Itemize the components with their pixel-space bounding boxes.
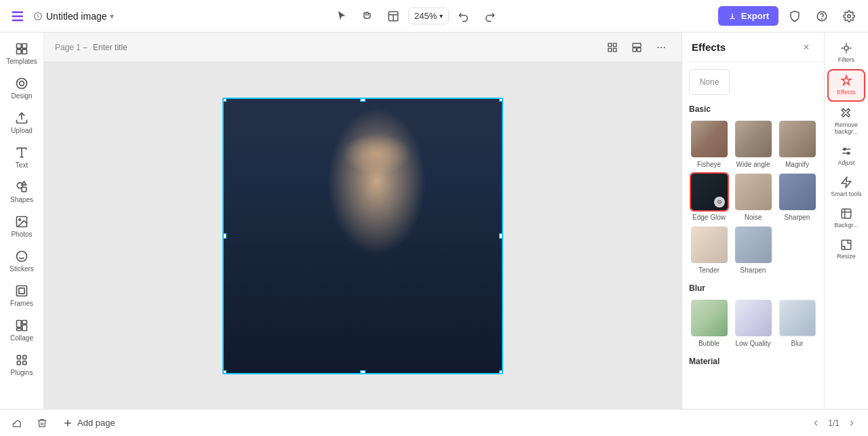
document-title-area[interactable]: Untitled image ▾	[33, 11, 114, 22]
effect-sharpen2[interactable]: Sharpen	[733, 225, 773, 274]
more-options-btn[interactable]	[652, 38, 671, 57]
tool-background[interactable]: Backgr...	[827, 203, 865, 233]
frame-handle-mb[interactable]	[360, 370, 366, 374]
frame-handle-bl[interactable]	[222, 370, 226, 374]
delete-page-btn[interactable]	[33, 414, 52, 433]
page-title-input[interactable]	[93, 43, 161, 52]
save-to-cloud-btn[interactable]	[8, 414, 27, 433]
sidebar-item-design[interactable]: Design	[3, 73, 41, 104]
effect-blur[interactable]: Blur	[777, 298, 817, 347]
frame-handle-tr[interactable]	[499, 98, 503, 102]
effect-wide-angle[interactable]: Wide angle	[733, 119, 773, 168]
frame-handle-mt[interactable]	[360, 98, 366, 102]
sidebar-item-design-label: Design	[11, 92, 32, 100]
shield-icon-btn[interactable]	[784, 5, 806, 27]
next-page-btn[interactable]	[844, 415, 860, 431]
help-icon-btn[interactable]	[811, 5, 833, 27]
layout-view-btn[interactable]	[627, 38, 646, 57]
basic-section-title: Basic	[689, 104, 817, 114]
sidebar-item-plugins-label: Plugins	[11, 369, 33, 377]
frame-handle-tl[interactable]	[222, 98, 226, 102]
effect-magnify-thumb	[778, 119, 817, 159]
canvas-image-frame[interactable]	[222, 98, 503, 374]
sidebar-item-shapes[interactable]: Shapes	[3, 176, 41, 208]
tool-adjust[interactable]: Adjust	[827, 141, 865, 171]
basic-effects-grid: Fisheye Wide angle Magnify	[689, 119, 817, 274]
tool-smart-tools-label: Smart tools	[831, 191, 862, 198]
undo-btn[interactable]	[453, 5, 475, 27]
svg-marker-56	[842, 177, 851, 187]
svg-rect-41	[633, 43, 641, 47]
effect-fisheye[interactable]: Fisheye	[689, 119, 729, 168]
effect-bubble[interactable]: Bubble	[689, 298, 729, 347]
zoom-control[interactable]: 245% ▾	[408, 7, 449, 24]
add-page-label: Add page	[77, 418, 115, 428]
canvas-image	[224, 99, 502, 373]
svg-point-54	[844, 148, 846, 151]
svg-rect-32	[17, 328, 22, 330]
prev-page-btn[interactable]	[808, 415, 824, 431]
effect-sharpen2-label: Sharpen	[741, 266, 766, 274]
tool-resize[interactable]: Resize	[827, 235, 865, 264]
effect-none[interactable]: None	[689, 69, 730, 95]
effect-edge-glow[interactable]: ⚙ Edge Glow	[689, 172, 729, 221]
effect-sharpen[interactable]: Sharpen	[777, 172, 817, 221]
sidebar-item-plugins[interactable]: Plugins	[3, 349, 41, 381]
svg-rect-57	[842, 209, 851, 218]
export-button[interactable]: Export	[718, 6, 778, 26]
sidebar-item-photos-label: Photos	[11, 231, 32, 239]
panel-close-btn[interactable]: ×	[798, 39, 814, 56]
svg-rect-28	[19, 288, 24, 294]
effect-bubble-thumb	[690, 298, 729, 338]
add-page-btn[interactable]: Add page	[57, 415, 121, 431]
zoom-label: 245%	[414, 11, 437, 21]
zoom-dropdown-icon: ▾	[439, 12, 443, 20]
tool-effects[interactable]: Effects	[827, 69, 865, 102]
sidebar-item-upload-label: Upload	[11, 127, 33, 135]
svg-rect-35	[17, 361, 20, 365]
svg-rect-37	[608, 43, 612, 47]
svg-rect-40	[613, 48, 616, 52]
effect-wide-angle-label: Wide angle	[736, 161, 770, 168]
tool-smart-tools[interactable]: Smart tools	[827, 172, 865, 202]
cursor-tool-btn[interactable]	[331, 5, 353, 27]
effect-low-quality-label: Low Quality	[735, 340, 770, 347]
canvas-content	[44, 62, 682, 409]
effect-sharpen-label: Sharpen	[785, 214, 810, 221]
effect-sharpen2-thumb	[734, 225, 773, 264]
tool-effects-label: Effects	[837, 89, 855, 96]
hand-tool-btn[interactable]	[357, 5, 378, 27]
layout-tool-btn[interactable]	[382, 5, 404, 27]
settings-icon-btn[interactable]	[838, 5, 860, 27]
sidebar-item-photos[interactable]: Photos	[3, 211, 41, 243]
effect-tender[interactable]: Tender	[689, 225, 729, 274]
sidebar-item-templates[interactable]: Templates	[3, 38, 41, 70]
effect-noise[interactable]: Noise	[733, 172, 773, 221]
effect-magnify-label: Magnify	[785, 161, 809, 168]
app-logo	[8, 7, 27, 26]
tool-remove-bg[interactable]: Remove backgr...	[827, 103, 865, 140]
frame-handle-mr[interactable]	[499, 233, 503, 239]
effect-magnify[interactable]: Magnify	[777, 119, 817, 168]
material-section-title: Material	[689, 357, 817, 366]
frame-handle-ml[interactable]	[222, 233, 226, 239]
sidebar-item-frames[interactable]: Frames	[3, 280, 41, 312]
sidebar-item-collage-label: Collage	[10, 334, 33, 342]
svg-rect-58	[842, 240, 851, 250]
sidebar-item-collage[interactable]: Collage	[3, 315, 41, 346]
tool-filters[interactable]: Filters	[827, 38, 865, 68]
svg-rect-30	[22, 321, 27, 324]
person-photo	[224, 99, 502, 373]
svg-point-45	[660, 47, 662, 48]
frame-handle-br[interactable]	[499, 370, 503, 374]
svg-rect-43	[637, 47, 641, 51]
grid-view-btn[interactable]	[603, 38, 622, 57]
sidebar-item-upload[interactable]: Upload	[3, 107, 41, 139]
sidebar-item-frames-label: Frames	[10, 300, 33, 308]
redo-btn[interactable]	[479, 5, 500, 27]
effect-fisheye-thumb	[690, 119, 729, 159]
sidebar-item-text[interactable]: Text	[3, 142, 41, 174]
effect-low-quality[interactable]: Low Quality	[733, 298, 773, 347]
effect-wide-angle-thumb	[734, 119, 773, 159]
sidebar-item-stickers[interactable]: Stickers	[3, 245, 41, 277]
